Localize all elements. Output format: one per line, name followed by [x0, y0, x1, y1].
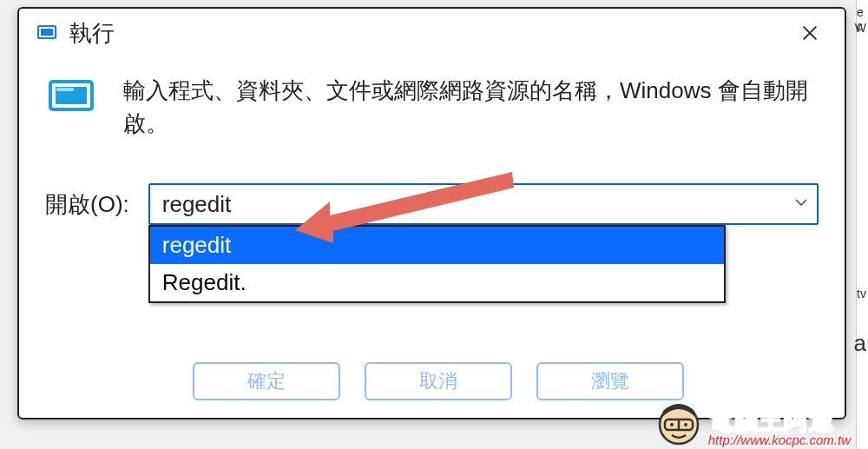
open-dropdown: regedit Regedit.: [148, 225, 726, 303]
watermark-text: 電腦王阿達 http://www.kocpc.com.tw: [708, 408, 851, 447]
description-text: 輸入程式、資料夾、文件或網際網路資源的名稱，Windows 會自動開啟。: [123, 75, 819, 140]
svg-point-12: [684, 423, 687, 426]
watermark-url: http://www.kocpc.com.tw: [708, 433, 851, 447]
cancel-button[interactable]: 取消: [365, 362, 512, 400]
close-icon: [800, 23, 819, 43]
open-row: 開啟(O): regedit Regedit.: [45, 183, 819, 225]
watermark: 電腦王阿達 http://www.kocpc.com.tw: [654, 399, 851, 447]
ok-button[interactable]: 確定: [193, 362, 340, 400]
background-window-edge: e c W tv a: [856, 0, 868, 449]
dialog-content: 輸入程式、資料夾、文件或網際網路資源的名稱，Windows 會自動開啟。 開啟(…: [19, 57, 845, 225]
dropdown-item[interactable]: Regedit.: [150, 264, 724, 301]
browse-button[interactable]: 瀏覽: [536, 362, 684, 400]
dropdown-item[interactable]: regedit: [150, 227, 724, 264]
title-left: 執行: [36, 18, 115, 49]
close-button[interactable]: [792, 16, 827, 50]
open-combobox[interactable]: regedit Regedit.: [148, 183, 819, 225]
svg-rect-6: [56, 88, 74, 91]
run-title-icon: [36, 23, 57, 43]
watermark-avatar-icon: [654, 399, 703, 447]
open-label: 開啟(O):: [45, 189, 129, 220]
titlebar: 執行: [19, 9, 845, 57]
dialog-buttons: 確定 取消 瀏覽: [193, 362, 684, 400]
run-icon: [45, 75, 97, 116]
watermark-title: 電腦王阿達: [708, 408, 851, 433]
run-dialog: 執行 輸入程式、資料夾、文件或網際網路資源的名稱，Windows 會自動開啟。 …: [17, 7, 846, 419]
svg-point-11: [670, 423, 674, 426]
open-input[interactable]: [148, 183, 819, 225]
description-row: 輸入程式、資料夾、文件或網際網路資源的名稱，Windows 會自動開啟。: [45, 75, 819, 140]
dialog-title: 執行: [69, 18, 115, 49]
svg-rect-1: [41, 29, 53, 36]
